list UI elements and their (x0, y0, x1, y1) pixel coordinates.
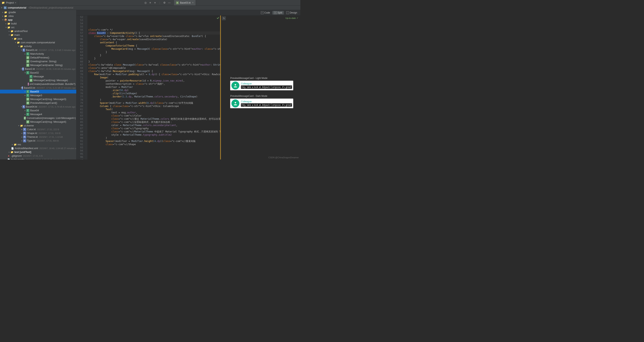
tree-label: DefaultPreview() (30, 56, 49, 60)
project-panel-label[interactable]: 📁 Project ▾ (2, 0, 18, 5)
tree-row[interactable]: Base2.kt2023/9/7, 18:38, 3.49 kB 26 minu… (0, 67, 76, 71)
expand-arrow[interactable] (2, 11, 4, 14)
file-tab-base03[interactable]: K Base03.kt ✕ (174, 0, 196, 5)
tree-row[interactable]: MessageCard(msg: Message) (0, 78, 76, 82)
tree-row[interactable]: Base04 (0, 109, 76, 112)
expand-arrow[interactable] (24, 90, 26, 94)
tree-row[interactable]: PreviewMessageCard() (0, 101, 76, 105)
fold-gutter[interactable] (85, 16, 88, 159)
expand-arrow[interactable] (24, 94, 26, 97)
breadcrumb-root[interactable]: m composetutorial (4, 6, 26, 9)
tree-label: test [unitTest] (14, 150, 31, 154)
expand-arrow[interactable] (24, 52, 26, 56)
tree-row[interactable]: MessageCard(msg: Message3) (0, 97, 76, 101)
expand-arrow[interactable] (24, 113, 26, 116)
expand-icon[interactable]: ≡ (148, 1, 152, 5)
expand-arrow[interactable] (11, 37, 14, 41)
expand-arrow[interactable] (21, 135, 23, 139)
comp-icon (26, 120, 30, 124)
breadcrumb: ▾ m composetutorial ~/Desktop/android_pr… (0, 6, 300, 10)
tree-row[interactable]: java (0, 37, 76, 41)
preview-refresh[interactable]: ↻ (222, 16, 226, 20)
tree-row[interactable]: res (0, 143, 76, 146)
tree-row[interactable]: .gradle (0, 10, 76, 14)
expand-arrow[interactable] (8, 150, 10, 154)
tree-row[interactable]: activity (0, 44, 76, 48)
expand-arrow[interactable] (24, 71, 26, 75)
line-gutter[interactable]: 5253545556575859606162636465666768697071… (76, 16, 85, 159)
mode-code[interactable]: ≡Code (259, 11, 272, 15)
tree-meta: 2023/9/7, 17:31, 1.92 kB 41 minutes ago (26, 158, 65, 160)
tree-row[interactable]: .idea (0, 14, 76, 18)
tree-row[interactable]: Base03 (0, 90, 76, 94)
tree-row[interactable]: Greeting(name: String) (0, 60, 76, 63)
tree-row[interactable]: androidTest (0, 29, 76, 33)
expand-arrow[interactable] (21, 128, 23, 131)
expand-arrow[interactable] (18, 45, 20, 48)
expand-arrow[interactable] (5, 26, 7, 29)
expand-arrow[interactable] (2, 14, 4, 18)
tree-row[interactable]: Message4 (0, 112, 76, 116)
kt-icon (23, 139, 26, 142)
chevron-down-icon[interactable]: ▾ (1, 7, 2, 9)
tree-row[interactable]: Conversation(messages: List<Message4>) (0, 116, 76, 120)
tree-row[interactable]: Base01.kt2023/9/7, 17:31, 3.3 kB 2 minut… (0, 48, 76, 52)
tree-row[interactable]: Color.kt2023/9/7, 17:31, 222 B (0, 127, 76, 131)
expand-arrow[interactable] (21, 67, 22, 71)
project-tree[interactable]: .gradle.ideaappbuildsrcandroidTestmainja… (0, 10, 76, 159)
tree-row[interactable]: Theme.kt2023/9/7, 17:31, 1.13 kB (0, 135, 76, 139)
expand-arrow[interactable] (8, 30, 10, 33)
gear-icon[interactable]: ⚙ (162, 1, 167, 5)
tree-row[interactable]: MessageCard(msg: Message4) (0, 120, 76, 124)
expand-arrow[interactable] (5, 22, 7, 26)
tree-row[interactable]: Message (0, 75, 76, 78)
tree-row[interactable]: .gitignore2023/9/7, 17:31, 6 B (0, 154, 76, 158)
tree-row[interactable]: DefaultPreview() (0, 56, 76, 60)
tree-row[interactable]: Shape.kt2023/9/7, 17:31, 318 B (0, 131, 76, 135)
tree-row[interactable]: Base02 (0, 71, 76, 75)
tree-row[interactable]: Base03.kt2023/9/7, 17:31, 5.21 kB 37 min… (0, 86, 76, 90)
expand-arrow[interactable] (11, 143, 14, 146)
expand-arrow[interactable] (24, 109, 26, 112)
design-mode-icon: ⬚ (286, 11, 289, 14)
expand-arrow[interactable] (21, 131, 23, 135)
expand-arrow[interactable] (21, 139, 23, 143)
mode-design-label: Design (290, 11, 297, 14)
expand-arrow[interactable] (8, 33, 10, 37)
tree-row[interactable]: src (0, 26, 76, 29)
tree-row[interactable]: build (0, 22, 76, 26)
target-icon[interactable]: ◎ (143, 1, 148, 5)
folder-icon (10, 30, 14, 33)
expand-arrow[interactable] (21, 105, 22, 109)
close-tab-icon[interactable]: ✕ (192, 2, 194, 4)
expand-arrow[interactable] (18, 124, 20, 127)
inspection-ok-icon[interactable] (216, 16, 220, 20)
expand-arrow[interactable] (14, 41, 17, 44)
tree-row[interactable]: build.gradle2023/9/7, 17:31, 1.92 kB 41 … (0, 158, 76, 159)
mode-design[interactable]: ⬚Design (285, 11, 299, 15)
collapse-icon[interactable]: ≡ (152, 1, 157, 5)
tree-row[interactable]: Message3 (0, 94, 76, 97)
tree-row[interactable]: MessageCard(name: String) (0, 63, 76, 67)
expand-arrow[interactable] (21, 48, 23, 52)
tree-label: Base04.kt (26, 105, 37, 109)
expand-arrow[interactable] (2, 18, 4, 22)
tree-row[interactable]: AndroidManifest.xml2023/9/7, 18:40, 1.04… (0, 146, 76, 150)
tree-row[interactable]: MainActivity (0, 52, 76, 56)
tree-row[interactable]: app (0, 18, 76, 22)
code-editor[interactable]: class="c-com"> */class Base03 : Componen… (88, 16, 221, 159)
tree-row[interactable]: main (0, 33, 76, 37)
editor-mode-switcher: ≡Code ◫Split ⬚Design (76, 10, 300, 16)
tree-label: Greeting(name: String) (30, 60, 56, 63)
message-card-light: Colleague Hey, take a look at Jetpack Co… (230, 81, 293, 90)
tree-row[interactable]: test [unitTest] (0, 150, 76, 154)
tree-row[interactable]: onCreate(savedInstanceState: Bundle?) (0, 82, 76, 86)
tree-row[interactable]: ui.theme (0, 124, 76, 127)
hide-panel-icon[interactable]: — (167, 1, 172, 5)
tree-label: Type.kt (27, 139, 35, 143)
tree-label: build.gradle (11, 158, 24, 160)
tree-row[interactable]: Type.kt2023/9/7, 17:31, 804 B (0, 139, 76, 143)
tree-row[interactable]: com.example.composetutorial (0, 41, 76, 44)
tree-row[interactable]: Base04.kt2023/9/7, 17:31, 5.74 kB A minu… (0, 105, 76, 109)
mode-split[interactable]: ◫Split (272, 11, 284, 15)
